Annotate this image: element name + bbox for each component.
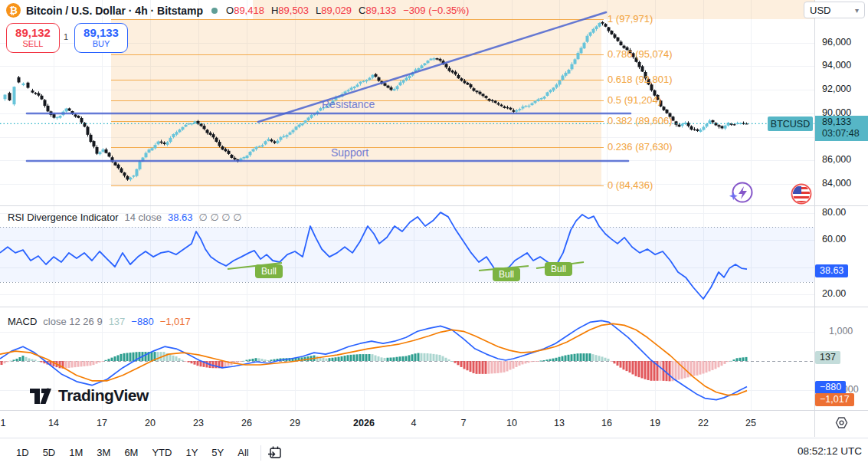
resistance-label[interactable]: Resistance (322, 98, 375, 110)
symbol-price-chip: BTCUSD (768, 116, 813, 131)
fib-level-label[interactable]: 0.382 (89,606) (608, 115, 673, 126)
range-button-5y[interactable]: 5Y (206, 445, 229, 461)
macd-legend[interactable]: MACD close 12 26 9 137 −880 −1,017 (8, 316, 191, 327)
macd-signal-badge: −1,017 (815, 393, 854, 406)
tradingview-chart-window: ₿ Bitcoin / U.S. Dollar · 4h · Bitstamp … (0, 0, 868, 466)
rsi-params: 14 close (125, 212, 162, 223)
time-axis-label: 29 (290, 418, 300, 428)
currency-selector[interactable]: USD ▾ (804, 2, 865, 18)
range-button-3m[interactable]: 3M (91, 445, 116, 461)
range-button-1d[interactable]: 1D (11, 445, 34, 461)
tradingview-logo-icon (29, 386, 52, 405)
ohlc-item: C89,133 (359, 5, 396, 16)
sell-price: 89,132 (15, 27, 51, 39)
macd-hist-badge: 137 (815, 351, 840, 364)
range-button-6m[interactable]: 6M (119, 445, 143, 461)
macd-params: close 12 26 9 (43, 316, 102, 327)
sell-label: SELL (23, 39, 44, 49)
buy-button[interactable]: 89,133 BUY (74, 23, 128, 53)
bitcoin-icon: ₿ (6, 3, 21, 18)
range-button-1y[interactable]: 1Y (180, 445, 203, 461)
last-price-badge: 89,133 03:07:48 (815, 116, 868, 141)
time-axis-label: 2026 (353, 418, 375, 428)
price-axis-label: 84,000 (822, 178, 851, 189)
range-button-1m[interactable]: 1M (64, 445, 88, 461)
time-axis-label: 16 (601, 418, 612, 428)
spark-ai-icon[interactable] (729, 181, 755, 208)
fib-level-label[interactable]: 0.236 (87,630) (608, 141, 673, 153)
fib-level-label[interactable]: 1 (97,971) (608, 13, 653, 25)
time-axis-label: 26 (241, 418, 252, 428)
rsi-axis-label: 60.00 (822, 234, 846, 244)
macd-axis-label: 1,000 (829, 326, 853, 336)
fib-level-label[interactable]: 0.618 (92,801) (608, 74, 673, 85)
price-axis-label: 94,000 (822, 60, 851, 71)
bull-divergence-badge[interactable]: Bull (545, 262, 572, 276)
change-value: −309 (−0.35%) (403, 5, 469, 16)
range-button-5d[interactable]: 5D (38, 445, 61, 461)
time-axis-label: 17 (97, 418, 107, 428)
rsi-title: RSI Divergence Indicator (8, 212, 119, 223)
rsi-axis-label: 80.00 (822, 207, 846, 218)
us-flag-icon[interactable] (791, 183, 812, 208)
buy-price: 89,133 (84, 27, 119, 39)
bar-countdown: 03:07:48 (822, 128, 868, 139)
macd-signal-value: −1,017 (160, 316, 191, 327)
range-button-ytd[interactable]: YTD (146, 445, 177, 461)
time-axis-label: 1 (1, 418, 6, 428)
chevron-down-icon: ▾ (855, 6, 859, 15)
market-status-dot[interactable] (211, 8, 218, 14)
macd-title: MACD (8, 316, 37, 327)
time-axis-label: 14 (48, 418, 59, 428)
time-axis-label: 4 (411, 418, 417, 428)
fib-level-label[interactable]: 0.786 (95,074) (608, 48, 673, 60)
time-axis-label: 25 (745, 418, 756, 428)
time-axis-label: 22 (698, 418, 709, 428)
tradingview-watermark-text: TradingView (58, 386, 149, 405)
ohlc-values: O89,418H89,503L89,029C89,133−309 (−0.35%… (226, 5, 469, 16)
time-axis-label: 7 (461, 418, 467, 428)
macd-line-value: −880 (131, 316, 153, 327)
bull-divergence-badge[interactable]: Bull (255, 264, 283, 278)
time-axis-label: 13 (554, 418, 565, 428)
toolbar-divider (260, 445, 261, 461)
rsi-axis-label: 20.00 (822, 288, 846, 299)
rsi-value: 38.63 (168, 212, 193, 223)
price-axis-label: 86,000 (822, 154, 851, 165)
sell-button[interactable]: 89,132 SELL (6, 23, 60, 53)
utc-clock[interactable]: 08:52:12 UTC (798, 445, 862, 457)
support-label[interactable]: Support (331, 146, 368, 159)
axis-settings-gear-icon[interactable] (835, 416, 848, 429)
spread-value: 1 (64, 32, 68, 41)
go-to-date-icon[interactable] (267, 445, 282, 460)
rsi-value-badge: 38.63 (815, 264, 848, 277)
symbol-header: ₿ Bitcoin / U.S. Dollar · 4h · Bitstamp … (6, 3, 469, 18)
range-button-all[interactable]: All (232, 445, 254, 461)
rsi-legend[interactable]: RSI Divergence Indicator 14 close 38.63 … (8, 212, 242, 223)
ohlc-item: O89,418 (226, 5, 264, 16)
bottom-toolbar: 1D5D1M3M6MYTD1Y5YAll 08:52:12 UTC (0, 438, 868, 466)
ohlc-item: L89,029 (316, 5, 352, 16)
date-range-switcher: 1D5D1M3M6MYTD1Y5YAll (11, 445, 254, 461)
bull-divergence-badge[interactable]: Bull (493, 267, 520, 281)
time-axis-label: 19 (650, 418, 660, 428)
buy-label: BUY (93, 39, 110, 49)
time-axis-label: 23 (193, 418, 204, 428)
price-axis-label: 96,000 (822, 37, 851, 48)
fib-level-label[interactable]: 0.5 (91,204) (608, 94, 661, 106)
rsi-empty-values: ∅ ∅ ∅ ∅ (198, 212, 241, 223)
macd-macd-badge: −880 (815, 381, 846, 394)
price-axis-label: 92,000 (822, 84, 851, 94)
time-axis-label: 10 (506, 418, 517, 428)
time-axis-label: 20 (145, 418, 156, 428)
tradingview-watermark[interactable]: TradingView (29, 386, 149, 405)
currency-label: USD (810, 5, 830, 16)
symbol-title[interactable]: Bitcoin / U.S. Dollar · 4h · Bitstamp (26, 5, 203, 17)
fib-level-label[interactable]: 0 (84,436) (608, 179, 653, 191)
ohlc-item: H89,503 (271, 5, 309, 16)
macd-hist-value: 137 (109, 316, 126, 327)
last-price-value: 89,133 (822, 116, 868, 128)
